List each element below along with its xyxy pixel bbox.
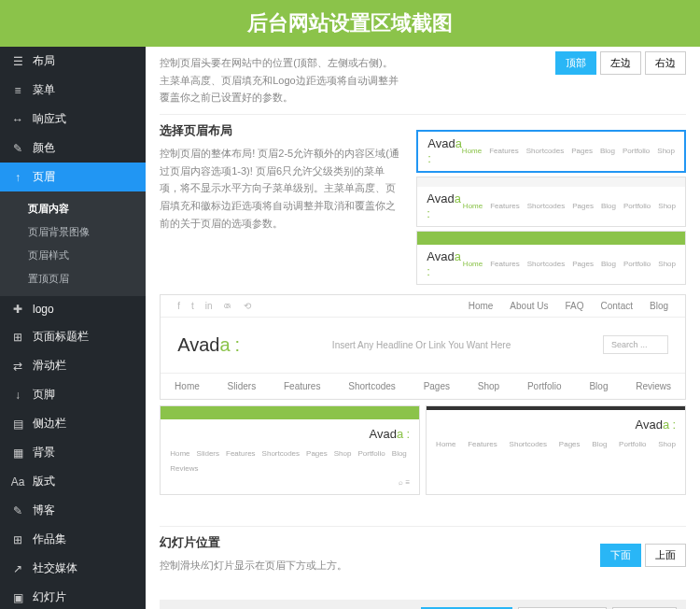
sidebar-label: 作品集 xyxy=(33,531,66,547)
sidebar-item-5[interactable]: ✚logo xyxy=(0,296,146,322)
preview-nav: HomeFeaturesShortcodesPagesBlogPortfolio… xyxy=(462,147,675,155)
sidebar-label: 菜单 xyxy=(33,82,55,98)
sidebar-label: 背景 xyxy=(33,445,55,460)
sidebar-sub-1[interactable]: 页眉背景图像 xyxy=(0,220,146,244)
footer-actions: Save Changes Reset Section Reset All xyxy=(160,600,686,609)
sidebar-label: 博客 xyxy=(33,503,55,518)
layout-option-1[interactable]: Avada : HomeFeaturesShortcodesPagesBlogP… xyxy=(416,130,686,173)
sidebar-icon: ▤ xyxy=(11,418,24,431)
big-nav: HomeAbout UsFAQContactBlog xyxy=(469,301,668,311)
sidebar-item-8[interactable]: ↓页脚 xyxy=(0,380,146,409)
sidebar-item-9[interactable]: ▤侧边栏 xyxy=(0,409,146,438)
sidebar-label: 版式 xyxy=(33,474,55,489)
layout-option-2[interactable]: Avada : HomeFeaturesShortcodesPagesBlogP… xyxy=(416,177,686,227)
sidebar-item-15[interactable]: ▣幻灯片 xyxy=(0,583,146,609)
sidebar-icon: ≡ xyxy=(11,84,24,97)
sidebar-item-3[interactable]: ✎颜色 xyxy=(0,134,146,163)
sidebar-item-2[interactable]: ↔响应式 xyxy=(0,105,146,134)
sidebar-item-14[interactable]: ↗社交媒体 xyxy=(0,554,146,583)
preview-nav: HomeFeaturesShortcodesPagesBlogPortfolio… xyxy=(463,260,676,268)
sidebar-label: logo xyxy=(33,303,54,316)
btn-top[interactable]: 顶部 xyxy=(555,51,596,75)
sidebar-icon: ⊞ xyxy=(11,533,24,546)
sidebar-icon: ▦ xyxy=(11,446,24,460)
social-icons: f t in ෧ ⟲ xyxy=(177,301,250,311)
search-box: Search ... xyxy=(603,335,668,354)
sidebar-label: 侧边栏 xyxy=(33,416,66,432)
layout-option-3[interactable]: Avada : HomeFeaturesShortcodesPagesBlogP… xyxy=(416,231,686,285)
sidebar-icon: ⇄ xyxy=(11,360,24,373)
sidebar-icon: ↓ xyxy=(11,389,24,402)
page-banner: 后台网站设置区域截图 xyxy=(0,0,700,47)
sidebar-item-4[interactable]: ↑页眉 xyxy=(0,163,146,191)
sidebar-icon: ✎ xyxy=(11,142,24,155)
preview-logo: Avada : xyxy=(427,249,463,279)
preview-nav: HomeFeaturesShortcodesPagesBlogPortfolio… xyxy=(463,202,676,210)
section-position-desc: 控制页眉头要在网站中的位置(顶部、左侧或右侧)。主菜单高度、页眉填充和Logo边… xyxy=(160,54,402,106)
sidebar-item-0[interactable]: ☰布局 xyxy=(0,47,146,76)
sidebar-label: 社交媒体 xyxy=(33,560,77,576)
sidebar-item-6[interactable]: ⊞页面标题栏 xyxy=(0,322,146,351)
layout-option-5[interactable]: Avada : HomeSlidersFeaturesShortcodesPag… xyxy=(160,405,420,495)
sidebar-label: 页脚 xyxy=(33,387,55,403)
rss-icon: ෧ xyxy=(224,301,232,311)
sidebar-icon: Aa xyxy=(11,475,24,489)
linkedin-icon: in xyxy=(205,301,213,311)
sidebar-item-7[interactable]: ⇄滑动栏 xyxy=(0,351,146,380)
sidebar-label: 颜色 xyxy=(33,140,55,156)
sidebar-label: 布局 xyxy=(33,53,55,69)
sidebar-icon: ↑ xyxy=(11,171,24,184)
share-icon: ⟲ xyxy=(244,301,251,311)
sidebar-icon: ↗ xyxy=(11,562,24,575)
btn-above[interactable]: 上面 xyxy=(645,544,686,567)
sidebar-label: 幻灯片 xyxy=(33,589,66,605)
sidebar-sub-3[interactable]: 置顶页眉 xyxy=(0,267,146,290)
twitter-icon: t xyxy=(191,301,194,311)
preview-logo: Avada : xyxy=(427,191,463,221)
btn-right[interactable]: 右边 xyxy=(645,51,686,75)
sidebar-label: 页眉 xyxy=(33,169,55,185)
sidebar: ☰布局≡菜单↔响应式✎颜色↑页眉页眉内容页眉背景图像页眉样式置顶页眉✚logo⊞… xyxy=(0,47,146,609)
btn-left[interactable]: 左边 xyxy=(600,51,641,75)
layout-option-6[interactable]: Avada : HomeFeaturesShortcodesPagesBlogP… xyxy=(426,405,686,495)
big-menu: HomeSlidersFeaturesShortcodesPagesShopPo… xyxy=(161,373,685,399)
preview-logo-big: Avada : xyxy=(177,334,240,356)
sidebar-label: 滑动栏 xyxy=(33,358,66,374)
sidebar-icon: ☰ xyxy=(11,55,24,68)
facebook-icon: f xyxy=(177,301,180,311)
layout-option-4[interactable]: f t in ෧ ⟲ HomeAbout UsFAQContactBlog Av… xyxy=(160,294,686,400)
layout-options-row2: Avada : HomeSlidersFeaturesShortcodesPag… xyxy=(160,405,686,495)
sidebar-sub-2[interactable]: 页眉样式 xyxy=(0,244,146,267)
sidebar-icon: ⊞ xyxy=(11,331,24,344)
preview-logo: Avada : xyxy=(427,136,462,166)
sidebar-icon: ↔ xyxy=(11,113,24,126)
content-area: 顶部 左边 右边 控制页眉头要在网站中的位置(顶部、左侧或右侧)。主菜单高度、页… xyxy=(146,47,700,609)
sidebar-item-1[interactable]: ≡菜单 xyxy=(0,76,146,105)
main-layout: ☰布局≡菜单↔响应式✎颜色↑页眉页眉内容页眉背景图像页眉样式置顶页眉✚logo⊞… xyxy=(0,47,700,609)
sidebar-icon: ▣ xyxy=(11,591,24,604)
sidebar-item-12[interactable]: ✎博客 xyxy=(0,496,146,525)
sidebar-icon: ✎ xyxy=(11,504,24,517)
headline-text: Insert Any Headline Or Link You Want Her… xyxy=(332,340,511,350)
slider-desc: 控制滑块/幻灯片显示在页眉下方或上方。 xyxy=(160,557,402,574)
section-slider: 幻灯片位置 控制滑块/幻灯片显示在页眉下方或上方。 下面 上面 xyxy=(160,526,686,582)
sidebar-item-10[interactable]: ▦背景 xyxy=(0,438,146,467)
sidebar-label: 响应式 xyxy=(33,111,66,127)
sidebar-icon: ✚ xyxy=(11,303,24,316)
btn-below[interactable]: 下面 xyxy=(600,544,641,567)
sidebar-sub-0[interactable]: 页眉内容 xyxy=(0,197,146,220)
sidebar-item-13[interactable]: ⊞作品集 xyxy=(0,525,146,554)
sidebar-item-11[interactable]: Aa版式 xyxy=(0,467,146,496)
layout-previews: Avada : HomeFeaturesShortcodesPagesBlogP… xyxy=(416,130,686,285)
header-position-btns: 顶部 左边 右边 xyxy=(555,51,686,75)
section-layout-desc: 控制页眉的整体布局! 页眉2-5允许额外的内容区域(通过页眉内容选项1-3)! … xyxy=(160,145,402,232)
section-layout: 选择页眉布局 控制页眉的整体布局! 页眉2-5允许额外的内容区域(通过页眉内容选… xyxy=(160,115,686,502)
sidebar-label: 页面标题栏 xyxy=(33,329,89,345)
